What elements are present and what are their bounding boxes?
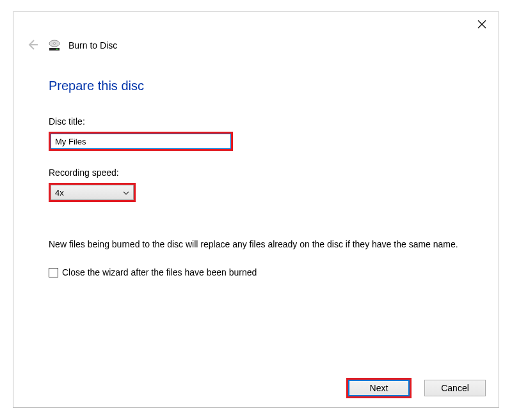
next-button[interactable]: Next	[348, 380, 410, 396]
cancel-button-label: Cancel	[441, 383, 469, 393]
svg-point-4	[53, 43, 56, 45]
close-wizard-checkbox[interactable]	[49, 268, 58, 277]
main-heading: Prepare this disc	[49, 79, 463, 93]
next-button-label: Next	[370, 383, 388, 393]
recording-speed-label: Recording speed:	[49, 167, 463, 178]
dialog-header: Burn to Disc	[13, 12, 499, 53]
svg-rect-6	[56, 49, 58, 50]
disc-icon	[48, 39, 61, 52]
disc-title-label: Disc title:	[49, 116, 463, 127]
recording-speed-value: 4x	[55, 188, 64, 198]
recording-speed-field: Recording speed: 4x	[49, 167, 463, 202]
close-button[interactable]	[474, 17, 490, 33]
next-button-highlight: Next	[346, 378, 412, 398]
dialog-content: Prepare this disc Disc title: Recording …	[13, 53, 499, 277]
info-text: New files being burned to the disc will …	[49, 238, 458, 251]
back-arrow-icon	[26, 38, 39, 53]
recording-speed-highlight: 4x	[49, 183, 136, 202]
chevron-down-icon	[123, 189, 129, 196]
close-wizard-label: Close the wizard after the files have be…	[62, 267, 257, 277]
recording-speed-dropdown[interactable]: 4x	[51, 185, 134, 200]
svg-rect-5	[49, 48, 60, 51]
disc-title-highlight	[49, 132, 233, 151]
burn-to-disc-dialog: Burn to Disc Prepare this disc Disc titl…	[13, 12, 499, 408]
dialog-title: Burn to Disc	[68, 40, 117, 51]
disc-title-input[interactable]	[51, 134, 231, 149]
close-icon	[477, 19, 486, 32]
back-button[interactable]	[25, 38, 40, 53]
disc-title-field: Disc title:	[49, 116, 463, 151]
close-wizard-option: Close the wizard after the files have be…	[49, 267, 463, 277]
cancel-button[interactable]: Cancel	[424, 380, 486, 396]
dialog-footer: Next Cancel	[346, 378, 486, 398]
